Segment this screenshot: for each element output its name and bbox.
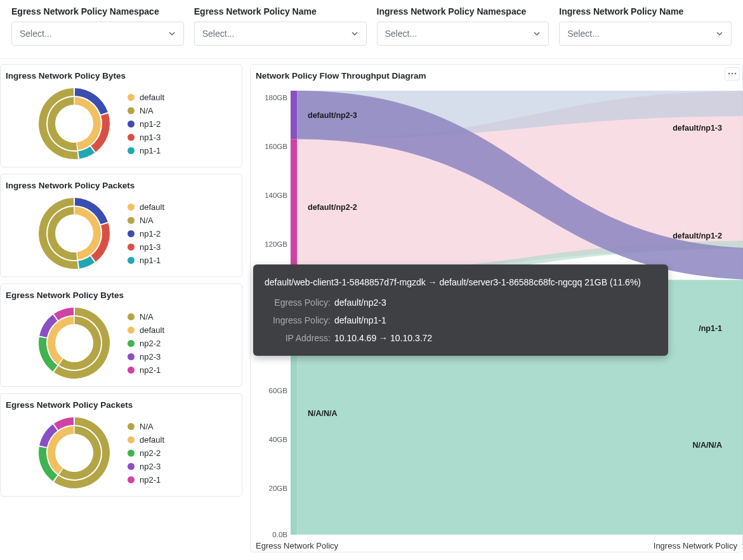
legend-swatch <box>128 204 135 211</box>
svg-rect-4 <box>291 140 297 273</box>
panel-title: Ingress Network Policy Bytes <box>6 70 237 86</box>
y-tick: 0.0B <box>256 531 287 538</box>
donut-chart-ingress-packets <box>36 195 112 271</box>
legend-item[interactable]: default <box>128 435 164 445</box>
legend-label: N/A <box>140 422 154 431</box>
right-column: Network Policy Flow Throughput Diagram 1… <box>247 64 743 552</box>
tooltip-value: 10.10.4.69 → 10.10.3.72 <box>334 329 432 347</box>
donut-chart-ingress-bytes <box>36 86 112 162</box>
legend-label: np2-1 <box>140 365 161 375</box>
filter-select-egress-name[interactable]: Select... <box>194 22 367 46</box>
donut-chart-egress-bytes <box>36 305 112 381</box>
legend-item[interactable]: np1-3 <box>128 242 164 252</box>
legend-label: np1-2 <box>140 119 161 129</box>
legend-item[interactable]: np2-3 <box>128 352 164 361</box>
main: Ingress Network Policy Bytes defaultN/An… <box>0 59 743 557</box>
legend-swatch <box>128 230 135 237</box>
filter-label: Ingress Network Policy Name <box>559 6 732 16</box>
legend-egress-bytes: N/Adefaultnp2-2np2-3np2-1 <box>128 312 164 375</box>
legend-egress-packets: N/Adefaultnp2-2np2-3np2-1 <box>128 422 164 485</box>
legend-label: np2-2 <box>140 448 161 458</box>
panel-menu-button[interactable] <box>725 67 740 81</box>
legend-item[interactable]: np2-3 <box>128 462 164 471</box>
chevron-down-icon <box>716 30 723 37</box>
left-column: Ingress Network Policy Bytes defaultN/An… <box>0 64 247 552</box>
legend-item[interactable]: np2-1 <box>128 475 164 485</box>
tooltip-key: Egress Policy: <box>265 294 334 311</box>
y-tick: 160GB <box>256 143 287 150</box>
y-tick: 180GB <box>256 94 287 101</box>
legend-label: np1-2 <box>140 229 161 238</box>
chevron-down-icon <box>168 30 176 37</box>
legend-label: np1-3 <box>140 133 161 142</box>
y-tick: 40GB <box>256 436 287 443</box>
svg-rect-3 <box>291 91 297 140</box>
tooltip-key: Ingress Policy: <box>265 311 334 329</box>
filter-select-egress-namespace[interactable]: Select... <box>11 22 184 46</box>
y-tick: 60GB <box>256 387 287 394</box>
sankey-right-label: N/A/N/A <box>692 441 722 450</box>
filter-label: Egress Network Policy Name <box>194 6 367 16</box>
tooltip-key: IP Address: <box>265 329 334 347</box>
legend-swatch <box>128 107 135 114</box>
panel-title: Ingress Network Policy Packets <box>6 179 237 195</box>
legend-item[interactable]: np2-1 <box>128 365 164 375</box>
legend-item[interactable]: default <box>128 93 164 102</box>
filter-ingress-name: Ingress Network Policy Name Select... <box>559 6 732 46</box>
tooltip-value: default/np2-3 <box>334 294 386 311</box>
legend-swatch <box>128 463 135 470</box>
tooltip-value: default/np1-1 <box>334 311 386 329</box>
tooltip: default/web-client3-1-5848857d7f-mgzdk →… <box>253 264 668 356</box>
sankey-right-label: default/np1-3 <box>673 124 722 133</box>
filter-placeholder: Select... <box>567 29 600 39</box>
legend-item[interactable]: N/A <box>128 312 164 322</box>
legend-item[interactable]: N/A <box>128 106 164 115</box>
filter-placeholder: Select... <box>385 29 418 39</box>
chevron-down-icon <box>351 30 358 37</box>
legend-label: np2-1 <box>140 475 161 485</box>
legend-label: np2-3 <box>140 352 161 361</box>
legend-label: np1-3 <box>140 242 161 252</box>
legend-swatch <box>128 436 135 443</box>
legend-ingress-packets: defaultN/Anp1-2np1-3np1-1 <box>128 202 164 265</box>
legend-swatch <box>128 450 135 457</box>
filter-placeholder: Select... <box>20 29 52 39</box>
panel-egress-bytes: Egress Network Policy Bytes N/Adefaultnp… <box>0 283 242 387</box>
legend-swatch <box>128 367 135 374</box>
filter-select-ingress-namespace[interactable]: Select... <box>377 22 549 46</box>
sankey-right-label: default/np1-2 <box>673 231 722 240</box>
legend-item[interactable]: np1-2 <box>128 229 164 238</box>
legend-swatch <box>128 120 135 127</box>
legend-label: default <box>140 435 164 445</box>
svg-point-2 <box>735 73 737 75</box>
diagram-title: Network Policy Flow Throughput Diagram <box>256 70 426 86</box>
panel-title: Egress Network Policy Packets <box>6 399 237 415</box>
filter-row: Egress Network Policy Namespace Select..… <box>0 0 743 59</box>
legend-item[interactable]: np2-2 <box>128 339 164 348</box>
legend-item[interactable]: np1-2 <box>128 119 164 129</box>
legend-item[interactable]: default <box>128 325 164 335</box>
legend-item[interactable]: np1-3 <box>128 133 164 142</box>
filter-ingress-namespace: Ingress Network Policy Namespace Select.… <box>377 6 549 46</box>
legend-label: default <box>140 325 164 335</box>
legend-item[interactable]: np1-1 <box>128 256 164 265</box>
legend-swatch <box>128 217 135 224</box>
legend-item[interactable]: np2-2 <box>128 448 164 458</box>
y-tick: 120GB <box>256 240 287 248</box>
legend-item[interactable]: N/A <box>128 422 164 431</box>
legend-label: np2-3 <box>140 462 161 471</box>
legend-item[interactable]: np1-1 <box>128 146 164 155</box>
x-axis-left: Egress Network Policy <box>256 541 338 550</box>
legend-label: np1-1 <box>140 256 161 265</box>
panel-title: Egress Network Policy Bytes <box>6 289 237 305</box>
legend-label: N/A <box>140 106 154 115</box>
legend-item[interactable]: default <box>128 202 164 212</box>
filter-egress-namespace: Egress Network Policy Namespace Select..… <box>11 6 184 46</box>
legend-swatch <box>128 423 135 430</box>
legend-swatch <box>128 257 135 264</box>
legend-item[interactable]: N/A <box>128 216 164 225</box>
sankey-left-label: N/A/N/A <box>308 409 338 418</box>
diagram-body: 180GB 160GB 140GB 120GB 60GB 40GB 20GB 0… <box>256 86 737 542</box>
filter-select-ingress-name[interactable]: Select... <box>559 22 732 46</box>
donut-chart-egress-packets <box>36 415 112 491</box>
